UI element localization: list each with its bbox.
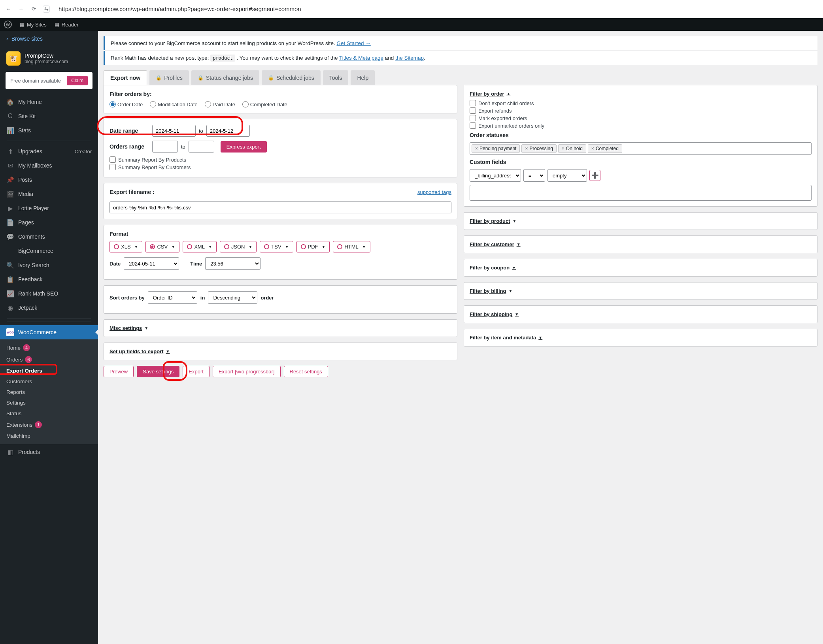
reload-icon[interactable]: ⟳ (30, 6, 37, 13)
nav-lottie-player[interactable]: ▶Lottie Player (0, 201, 98, 215)
summary-customers-check[interactable]: Summary Report By Customers (109, 164, 451, 170)
preview-button[interactable]: Preview (104, 366, 134, 377)
nav-upgrades[interactable]: ⬆UpgradesCreator (0, 144, 98, 158)
nav-bigcommerce[interactable]: BigCommerce (0, 244, 98, 258)
reset-settings-button[interactable]: Reset settings (284, 366, 328, 377)
chip-pending-payment[interactable]: ×Pending payment (472, 144, 520, 153)
nav-products[interactable]: ◧ Products (0, 444, 98, 459)
nav-posts[interactable]: 📌Posts (0, 173, 98, 187)
cf-val-select[interactable]: empty (547, 169, 587, 182)
chip-on-hold[interactable]: ×On hold (558, 144, 586, 153)
nav-ivory-search[interactable]: 🔍Ivory Search (0, 258, 98, 272)
format-xls[interactable]: XLS▼ (109, 241, 142, 252)
sort-field-select[interactable]: Order ID (148, 291, 197, 304)
subnav-status[interactable]: Status (0, 408, 98, 419)
check-don-t-export-child-orders[interactable]: Don't export child orders (470, 100, 812, 106)
filename-input[interactable] (109, 201, 451, 213)
url-bar[interactable]: https://blog.promptcow.com/wp-admin/admi… (55, 6, 818, 12)
filter-radio-paid-date[interactable]: Paid Date (205, 101, 235, 107)
check-mark-exported-orders[interactable]: Mark exported orders (470, 115, 812, 121)
format-html[interactable]: HTML▼ (333, 241, 370, 252)
nav-feedback[interactable]: 📋Feedback (0, 272, 98, 286)
back-icon[interactable]: ← (5, 6, 12, 13)
sort-dir-select[interactable]: Descending (208, 291, 257, 304)
nav-my-home[interactable]: 🏠My Home (0, 95, 98, 109)
subnav-orders[interactable]: Orders6 (0, 354, 98, 365)
remove-icon[interactable]: × (562, 146, 564, 151)
format-json[interactable]: JSON▼ (220, 241, 257, 252)
date-from-input[interactable] (152, 125, 196, 137)
filter-order-toggle[interactable]: Filter by order▲ (470, 91, 812, 97)
nav-jetpack[interactable]: ◉Jetpack (0, 301, 98, 315)
nav-stats[interactable]: 📊Stats (0, 123, 98, 137)
tab-profiles[interactable]: 🔒Profiles (149, 70, 189, 85)
save-settings-button[interactable]: Save settings (137, 366, 179, 377)
get-started-link[interactable]: Get Started → (337, 40, 371, 46)
site-header[interactable]: 🐮 PromptCow blog.promptcow.com (0, 47, 98, 72)
orders-to-input[interactable] (189, 141, 214, 153)
reader[interactable]: ▤Reader (51, 18, 83, 31)
nav-media[interactable]: 🎬Media (0, 187, 98, 201)
remove-icon[interactable]: × (525, 146, 528, 151)
orders-from-input[interactable] (152, 141, 178, 153)
tab-scheduled-jobs[interactable]: 🔒Scheduled jobs (262, 70, 321, 85)
cf-field-select[interactable]: _billing_address_1 (470, 169, 521, 182)
export-button[interactable]: Export (183, 366, 210, 377)
format-csv[interactable]: CSV▼ (145, 241, 179, 252)
remove-icon[interactable]: × (591, 146, 594, 151)
status-chips[interactable]: ×Pending payment×Processing×On hold×Comp… (470, 142, 812, 155)
toggle[interactable]: Filter by shipping ▼ (470, 311, 812, 317)
export-noprogress-button[interactable]: Export [w/o progressbar] (213, 366, 281, 377)
sitemap-link[interactable]: the Sitemap (395, 55, 424, 61)
chip-processing[interactable]: ×Processing (521, 144, 556, 153)
subnav-mailchimp[interactable]: Mailchimp (0, 431, 98, 441)
cf-textarea[interactable] (470, 185, 812, 201)
filter-radio-order-date[interactable]: Order Date (109, 101, 143, 107)
wp-logo[interactable]: W (0, 18, 16, 31)
subnav-export-orders[interactable]: Export Orders (0, 365, 98, 376)
cf-op-select[interactable]: = (523, 169, 545, 182)
claim-button[interactable]: Claim (67, 76, 88, 85)
tab-tools[interactable]: Tools (323, 70, 349, 85)
nav-my-mailboxes[interactable]: ✉My Mailboxes (0, 158, 98, 173)
check-export-unmarked-orders-only[interactable]: Export unmarked orders only (470, 122, 812, 129)
misc-settings-toggle[interactable]: Misc settings▼ (109, 325, 451, 331)
toggle[interactable]: Filter by product ▼ (470, 218, 812, 224)
nav-rank-math-seo[interactable]: 📈Rank Math SEO (0, 286, 98, 301)
chip-completed[interactable]: ×Completed (588, 144, 622, 153)
titles-meta-link[interactable]: Titles & Meta page (339, 55, 383, 61)
format-tsv[interactable]: TSV▼ (260, 241, 293, 252)
format-xml[interactable]: XML▼ (183, 241, 217, 252)
toggle[interactable]: Filter by customer ▼ (470, 241, 812, 247)
summary-products-check[interactable]: Summary Report By Products (109, 156, 451, 163)
subnav-extensions[interactable]: Extensions1 (0, 419, 98, 431)
toggle[interactable]: Filter by billing ▼ (470, 288, 812, 294)
add-field-button[interactable]: ➕ (589, 170, 600, 181)
date-select[interactable]: 2024-05-11 (124, 257, 179, 270)
tab-export-now[interactable]: Export now (104, 70, 147, 85)
supported-tags-link[interactable]: supported tags (417, 189, 451, 195)
nav-woocommerce[interactable]: woo WooCommerce (0, 325, 98, 339)
subnav-settings[interactable]: Settings (0, 397, 98, 408)
setup-fields-toggle[interactable]: Set up fields to export▼ (109, 348, 451, 354)
check-export-refunds[interactable]: Export refunds (470, 107, 812, 114)
toggle[interactable]: Filter by coupon ▼ (470, 265, 812, 271)
subnav-customers[interactable]: Customers (0, 376, 98, 387)
express-export-button[interactable]: Express export (221, 141, 267, 153)
nav-site-kit[interactable]: GSite Kit (0, 109, 98, 123)
nav-pages[interactable]: 📄Pages (0, 215, 98, 230)
tab-help[interactable]: Help (351, 70, 375, 85)
remove-icon[interactable]: × (475, 146, 478, 151)
site-settings-icon[interactable]: ⇆ (43, 6, 50, 13)
format-pdf[interactable]: PDF▼ (296, 241, 330, 252)
browse-sites-link[interactable]: ‹ Browse sites (0, 31, 98, 47)
time-select[interactable]: 23:56 (205, 257, 260, 270)
tab-status-change-jobs[interactable]: 🔒Status change jobs (191, 70, 259, 85)
subnav-reports[interactable]: Reports (0, 387, 98, 397)
toggle[interactable]: Filter by item and metadata ▼ (470, 335, 812, 341)
filter-radio-modification-date[interactable]: Modification Date (150, 101, 197, 107)
forward-icon[interactable]: → (17, 6, 25, 13)
filter-radio-completed-date[interactable]: Completed Date (242, 101, 287, 107)
subnav-home[interactable]: Home4 (0, 342, 98, 354)
nav-comments[interactable]: 💬Comments (0, 230, 98, 244)
